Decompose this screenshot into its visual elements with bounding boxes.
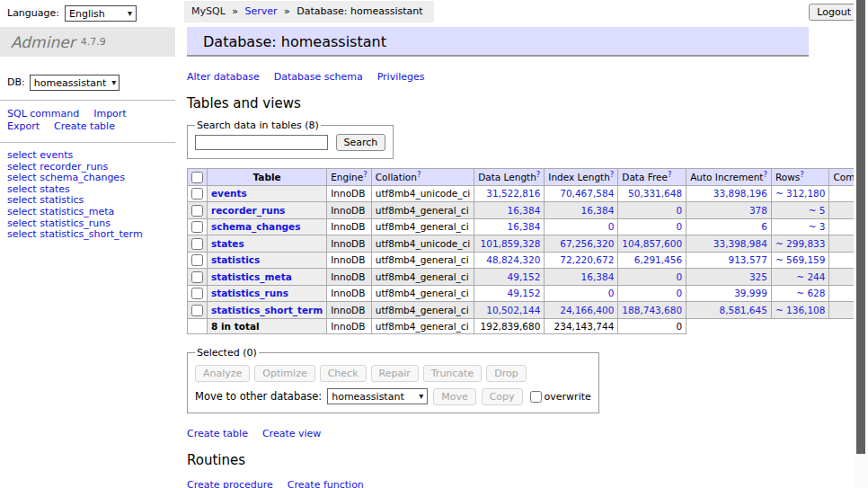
optimize-button[interactable]: Optimize [254, 365, 314, 382]
help-link[interactable]: ? [417, 169, 421, 178]
search-input[interactable] [195, 135, 328, 150]
engine-cell: InnoDB [327, 185, 372, 202]
menu-link-import[interactable]: Import [93, 108, 127, 120]
sidebar-item-select-statistics-short-term[interactable]: select statistics_short_term [7, 229, 175, 241]
table-link-schema-changes[interactable]: schema_changes [211, 221, 301, 232]
copy-button[interactable]: Copy [482, 388, 523, 405]
column-header-collation: Collation? [371, 169, 474, 186]
engine-cell: InnoDB [327, 252, 372, 269]
search-button[interactable]: Search [336, 134, 386, 151]
overwrite-checkbox[interactable] [530, 391, 542, 403]
breadcrumb-server-link[interactable]: Server [245, 5, 278, 17]
help-link[interactable]: ? [668, 169, 672, 178]
db-action-alter-database[interactable]: Alter database [187, 71, 260, 83]
row-checkbox[interactable] [191, 271, 203, 283]
collation-cell: utf8mb4_general_ci [371, 302, 474, 319]
check-button[interactable]: Check [320, 365, 367, 382]
sidebar: Adminer 4.7.9 DB:homeassistant▾ SQL comm… [0, 27, 175, 241]
sidebar-menu-line: ExportCreate table [7, 120, 175, 133]
rows-count-cell: ~ 628 [771, 285, 829, 302]
menu-link-sql-command[interactable]: SQL command [7, 108, 79, 120]
table-name-cell: schema_changes [208, 218, 327, 235]
truncate-button[interactable]: Truncate [423, 365, 482, 382]
help-link[interactable]: ? [363, 169, 368, 178]
help-link[interactable]: ? [610, 169, 615, 178]
table-row-schema-changes: schema_changesInnoDButf8mb4_general_ci16… [188, 218, 868, 235]
index-length-cell: 72,220,672 [545, 252, 618, 269]
sidebar-item-select-statistics-meta[interactable]: select statistics_meta [7, 207, 175, 218]
rows-count-cell: ~ 569,159 [771, 252, 829, 269]
row-checkbox[interactable] [191, 254, 203, 266]
create-link-create-view[interactable]: Create view [262, 428, 321, 439]
move-db-select[interactable]: homeassistant▾ [327, 388, 428, 404]
table-link-statistics-meta[interactable]: statistics_meta [211, 271, 292, 282]
rows-count-cell: ~ 312,180 [771, 185, 829, 202]
data-length-cell: 16,384 [474, 218, 545, 235]
total-label-cell: 8 in total [208, 318, 327, 333]
app-logo-band: Adminer 4.7.9 [0, 27, 175, 57]
table-link-statistics-short-term[interactable]: statistics_short_term [211, 305, 323, 315]
table-link-recorder-runs[interactable]: recorder_runs [211, 205, 285, 216]
help-link[interactable]: ? [536, 169, 541, 178]
column-header-label: Collation [376, 172, 417, 182]
vertical-scrollbar[interactable] [854, 0, 868, 488]
rows-count-cell: ~ 299,833 [771, 235, 829, 253]
app-version[interactable]: 4.7.9 [81, 36, 106, 48]
help-link[interactable]: ? [800, 169, 804, 178]
table-link-statistics-runs[interactable]: statistics_runs [211, 288, 288, 298]
data-length-cell: 48,824,320 [474, 252, 545, 269]
index-length-cell: 0 [545, 285, 618, 302]
table-link-events[interactable]: events [211, 188, 247, 199]
routine-link-create-procedure[interactable]: Create procedure [187, 479, 273, 488]
db-select[interactable]: homeassistant▾ [30, 75, 120, 91]
search-legend: Search data in tables (8) [195, 120, 321, 131]
scrollbar-thumb[interactable] [856, 0, 865, 454]
repair-button[interactable]: Repair [371, 365, 419, 382]
column-header-label: Data Length [478, 172, 536, 182]
db-action-privileges[interactable]: Privileges [377, 71, 425, 83]
table-link-statistics[interactable]: statistics [211, 254, 260, 265]
menu-link-create-table[interactable]: Create table [54, 120, 115, 132]
engine-cell: InnoDB [327, 269, 372, 286]
sidebar-item-select-schema-changes[interactable]: select schema_changes [7, 173, 175, 184]
row-checkbox[interactable] [191, 221, 203, 233]
table-row-statistics-meta: statistics_metaInnoDButf8mb4_general_ci4… [188, 269, 868, 286]
breadcrumb-server-type[interactable]: MySQL [191, 5, 226, 17]
auto-increment-cell: 33,898,196 [686, 185, 772, 202]
search-fieldset: Search data in tables (8) Search [187, 120, 394, 159]
sidebar-menu-line: SQL commandImport [7, 108, 175, 120]
create-link-create-table[interactable]: Create table [187, 428, 248, 439]
menu-link-export[interactable]: Export [7, 120, 40, 132]
db-action-database-schema[interactable]: Database schema [274, 71, 363, 83]
app-logo[interactable]: Adminer [11, 33, 75, 51]
row-checkbox[interactable] [191, 238, 203, 250]
language-select[interactable]: English▾ [65, 5, 137, 22]
move-to-db-label: Move to other database: [195, 390, 322, 403]
sidebar-item-select-events[interactable]: select events [7, 150, 175, 162]
data-free-cell: 104,857,600 [618, 235, 686, 253]
table-row-states: statesInnoDButf8mb4_unicode_ci101,859,32… [188, 235, 868, 253]
rows-count-cell: ~ 5 [771, 202, 829, 219]
index-length-cell: 24,166,400 [545, 302, 618, 319]
select-all-checkbox[interactable] [191, 172, 203, 183]
language-control: Language:English▾ [7, 5, 137, 22]
index-length-cell: 16,384 [545, 269, 618, 286]
drop-button[interactable]: Drop [486, 365, 526, 382]
help-link[interactable]: ? [763, 169, 767, 178]
row-checkbox[interactable] [191, 288, 203, 299]
row-checkbox-cell [188, 269, 208, 286]
row-checkbox-cell [188, 202, 208, 219]
analyze-button[interactable]: Analyze [195, 365, 250, 382]
engine-cell: InnoDB [327, 235, 372, 253]
table-link-states[interactable]: states [211, 238, 244, 249]
auto-increment-cell: 378 [686, 202, 772, 219]
logout-button[interactable]: Logout [809, 4, 859, 21]
row-checkbox[interactable] [191, 205, 203, 217]
row-checkbox[interactable] [191, 188, 203, 200]
rows-count-cell: ~ 244 [771, 269, 829, 286]
routine-link-create-function[interactable]: Create function [288, 479, 364, 488]
row-checkbox[interactable] [191, 305, 203, 316]
move-button[interactable]: Move [433, 388, 476, 405]
data-length-cell: 49,152 [474, 269, 545, 286]
breadcrumb-current: Database: homeassistant [297, 5, 422, 17]
